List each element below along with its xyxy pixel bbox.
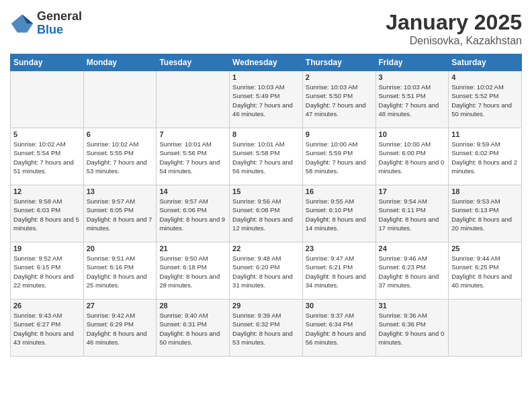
day-number: 18: [451, 187, 519, 195]
day-number: 14: [159, 187, 226, 195]
day-number: 3: [379, 73, 446, 81]
calendar-cell: 10Sunrise: 10:00 AM Sunset: 6:00 PM Dayl…: [375, 128, 449, 185]
calendar-cell: 9Sunrise: 10:00 AM Sunset: 5:59 PM Dayli…: [302, 128, 375, 185]
calendar-cell: 24Sunrise: 9:46 AM Sunset: 6:23 PM Dayli…: [375, 242, 449, 300]
day-info: Sunrise: 10:03 AM Sunset: 5:50 PM Daylig…: [306, 83, 373, 118]
day-info: Sunrise: 10:01 AM Sunset: 5:58 PM Daylig…: [232, 140, 300, 175]
day-info: Sunrise: 9:59 AM Sunset: 6:02 PM Dayligh…: [451, 140, 519, 175]
day-info: Sunrise: 9:40 AM Sunset: 6:31 PM Dayligh…: [159, 311, 226, 347]
day-info: Sunrise: 9:39 AM Sunset: 6:32 PM Dayligh…: [232, 311, 300, 347]
calendar-cell: 2Sunrise: 10:03 AM Sunset: 5:50 PM Dayli…: [302, 71, 375, 128]
day-info: Sunrise: 9:52 AM Sunset: 6:15 PM Dayligh…: [13, 254, 81, 289]
calendar-cell: 15Sunrise: 9:56 AM Sunset: 6:08 PM Dayli…: [230, 185, 303, 242]
weekday-header-tuesday: Tuesday: [157, 54, 230, 71]
weekday-header-friday: Friday: [375, 54, 449, 71]
title-block: January 2025 Denisovka, Kazakhstan: [386, 10, 522, 47]
day-number: 15: [232, 187, 300, 195]
day-number: 6: [87, 130, 154, 138]
calendar-cell: 26Sunrise: 9:43 AM Sunset: 6:27 PM Dayli…: [11, 300, 84, 357]
calendar-cell: 4Sunrise: 10:02 AM Sunset: 5:52 PM Dayli…: [449, 71, 522, 128]
day-info: Sunrise: 9:44 AM Sunset: 6:25 PM Dayligh…: [451, 254, 519, 289]
week-row-1: 1Sunrise: 10:03 AM Sunset: 5:49 PM Dayli…: [11, 71, 522, 128]
calendar-header: SundayMondayTuesdayWednesdayThursdayFrid…: [11, 54, 522, 71]
calendar-cell: 22Sunrise: 9:48 AM Sunset: 6:20 PM Dayli…: [230, 242, 303, 300]
calendar-cell: 29Sunrise: 9:39 AM Sunset: 6:32 PM Dayli…: [230, 300, 303, 357]
day-number: 29: [232, 302, 300, 310]
calendar-cell: 5Sunrise: 10:02 AM Sunset: 5:54 PM Dayli…: [11, 128, 84, 185]
day-number: 7: [159, 130, 226, 138]
day-info: Sunrise: 10:00 AM Sunset: 5:59 PM Daylig…: [306, 140, 373, 175]
weekday-header-monday: Monday: [83, 54, 157, 71]
calendar-cell: 6Sunrise: 10:02 AM Sunset: 5:55 PM Dayli…: [83, 128, 157, 185]
day-info: Sunrise: 9:46 AM Sunset: 6:23 PM Dayligh…: [379, 254, 446, 289]
week-row-4: 19Sunrise: 9:52 AM Sunset: 6:15 PM Dayli…: [11, 242, 522, 300]
day-number: 8: [232, 130, 300, 138]
calendar-title: January 2025: [386, 10, 522, 35]
logo-text: General Blue: [37, 10, 82, 37]
day-number: 21: [159, 244, 226, 253]
calendar-cell: 20Sunrise: 9:51 AM Sunset: 6:16 PM Dayli…: [83, 242, 157, 300]
logo: General Blue: [10, 10, 82, 37]
day-info: Sunrise: 10:02 AM Sunset: 5:52 PM Daylig…: [451, 83, 519, 118]
weekday-row: SundayMondayTuesdayWednesdayThursdayFrid…: [11, 54, 522, 71]
day-number: 13: [87, 187, 154, 195]
calendar-cell: 3Sunrise: 10:03 AM Sunset: 5:51 PM Dayli…: [375, 71, 449, 128]
logo-blue-text: Blue: [37, 24, 82, 37]
calendar-cell: 1Sunrise: 10:03 AM Sunset: 5:49 PM Dayli…: [230, 71, 303, 128]
weekday-header-sunday: Sunday: [11, 54, 84, 71]
day-info: Sunrise: 9:54 AM Sunset: 6:11 PM Dayligh…: [379, 197, 446, 232]
day-info: Sunrise: 10:02 AM Sunset: 5:54 PM Daylig…: [13, 140, 81, 175]
page-header: General Blue January 2025 Denisovka, Kaz…: [10, 10, 522, 47]
day-info: Sunrise: 9:51 AM Sunset: 6:16 PM Dayligh…: [87, 254, 154, 289]
day-number: 1: [232, 73, 300, 81]
week-row-3: 12Sunrise: 9:58 AM Sunset: 6:03 PM Dayli…: [11, 185, 522, 242]
day-info: Sunrise: 9:47 AM Sunset: 6:21 PM Dayligh…: [306, 254, 373, 289]
day-info: Sunrise: 9:56 AM Sunset: 6:08 PM Dayligh…: [232, 197, 300, 232]
logo-icon: [10, 11, 34, 36]
day-number: 9: [306, 130, 373, 138]
calendar-cell: 27Sunrise: 9:42 AM Sunset: 6:29 PM Dayli…: [83, 300, 157, 357]
day-info: Sunrise: 9:58 AM Sunset: 6:03 PM Dayligh…: [13, 197, 81, 232]
calendar-cell: 19Sunrise: 9:52 AM Sunset: 6:15 PM Dayli…: [11, 242, 84, 300]
day-number: 16: [306, 187, 373, 195]
day-number: 26: [13, 302, 81, 310]
weekday-header-saturday: Saturday: [449, 54, 522, 71]
calendar-cell: 23Sunrise: 9:47 AM Sunset: 6:21 PM Dayli…: [302, 242, 375, 300]
day-number: 17: [379, 187, 446, 195]
day-info: Sunrise: 9:50 AM Sunset: 6:18 PM Dayligh…: [159, 254, 226, 289]
calendar-cell: 31Sunrise: 9:36 AM Sunset: 6:36 PM Dayli…: [375, 300, 449, 357]
day-info: Sunrise: 9:48 AM Sunset: 6:20 PM Dayligh…: [232, 254, 300, 289]
calendar-cell: [157, 71, 230, 128]
calendar-cell: 8Sunrise: 10:01 AM Sunset: 5:58 PM Dayli…: [230, 128, 303, 185]
day-number: 2: [306, 73, 373, 81]
day-info: Sunrise: 10:03 AM Sunset: 5:51 PM Daylig…: [379, 83, 446, 118]
day-info: Sunrise: 9:42 AM Sunset: 6:29 PM Dayligh…: [87, 311, 154, 347]
day-number: 19: [13, 244, 81, 253]
calendar-cell: 14Sunrise: 9:57 AM Sunset: 6:06 PM Dayli…: [157, 185, 230, 242]
calendar-cell: 17Sunrise: 9:54 AM Sunset: 6:11 PM Dayli…: [375, 185, 449, 242]
day-info: Sunrise: 9:36 AM Sunset: 6:36 PM Dayligh…: [379, 311, 446, 347]
calendar-cell: 16Sunrise: 9:55 AM Sunset: 6:10 PM Dayli…: [302, 185, 375, 242]
calendar-table: SundayMondayTuesdayWednesdayThursdayFrid…: [10, 54, 522, 357]
day-info: Sunrise: 9:43 AM Sunset: 6:27 PM Dayligh…: [13, 311, 81, 347]
week-row-5: 26Sunrise: 9:43 AM Sunset: 6:27 PM Dayli…: [11, 300, 522, 357]
day-number: 20: [87, 244, 154, 253]
day-info: Sunrise: 9:55 AM Sunset: 6:10 PM Dayligh…: [306, 197, 373, 232]
calendar-cell: 18Sunrise: 9:53 AM Sunset: 6:13 PM Dayli…: [449, 185, 522, 242]
day-number: 30: [306, 302, 373, 310]
day-info: Sunrise: 9:57 AM Sunset: 6:06 PM Dayligh…: [159, 197, 226, 232]
calendar-cell: 12Sunrise: 9:58 AM Sunset: 6:03 PM Dayli…: [11, 185, 84, 242]
day-info: Sunrise: 9:53 AM Sunset: 6:13 PM Dayligh…: [451, 197, 519, 232]
calendar-cell: 7Sunrise: 10:01 AM Sunset: 5:56 PM Dayli…: [157, 128, 230, 185]
week-row-2: 5Sunrise: 10:02 AM Sunset: 5:54 PM Dayli…: [11, 128, 522, 185]
calendar-cell: [83, 71, 157, 128]
calendar-cell: 13Sunrise: 9:57 AM Sunset: 6:05 PM Dayli…: [83, 185, 157, 242]
weekday-header-wednesday: Wednesday: [230, 54, 303, 71]
day-number: 25: [451, 244, 519, 253]
day-number: 11: [451, 130, 519, 138]
day-number: 23: [306, 244, 373, 253]
day-number: 22: [232, 244, 300, 253]
day-number: 27: [87, 302, 154, 310]
calendar-body: 1Sunrise: 10:03 AM Sunset: 5:49 PM Dayli…: [11, 71, 522, 357]
day-number: 10: [379, 130, 446, 138]
